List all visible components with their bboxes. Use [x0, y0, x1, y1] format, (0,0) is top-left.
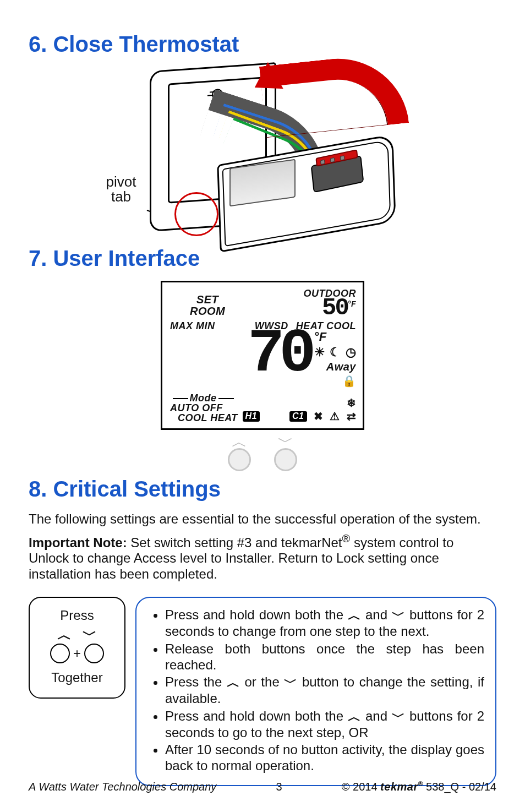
footer-page-number: 3 [276, 781, 282, 793]
exchange-icon: ⇄ [347, 410, 357, 423]
lcd-outdoor-unit: °F [348, 299, 356, 308]
button-graphic-down [84, 644, 104, 663]
footer-company: A Watts Water Technologies Company [29, 781, 216, 793]
step-text: Press and hold down both the [165, 607, 348, 622]
lcd-room-label: ROOM [190, 306, 225, 317]
lcd-status-icons: H1 C1 ✖ ⚠ ⇄ [243, 410, 356, 423]
clock-icon: ◷ [346, 345, 357, 359]
chevron-up-icon: ︿ [348, 607, 361, 623]
critical-steps-box: Press and hold down both the ︿ and ﹀ but… [135, 597, 496, 786]
step-1: Press and hold down both the ︿ and ﹀ but… [165, 607, 484, 640]
step-4: Press and hold down both the ︿ and ﹀ but… [165, 708, 484, 741]
step-text: Press and hold down both the [165, 709, 348, 723]
chevron-up-icon: ︿ [227, 674, 240, 690]
thermostat-up-button[interactable]: ︿ [225, 438, 254, 471]
footer-copyright: © 2014 [342, 781, 378, 793]
pivot-tab-label-line1: pivot [106, 173, 136, 190]
lcd-mode-block: Mode AUTO OFF COOL HEAT [170, 393, 238, 423]
lcd-screen: SET ROOM OUTDOOR 50°F MAX MIN WWSD HEAT … [161, 281, 364, 430]
lcd-set-room-block: SET ROOM [170, 294, 225, 317]
moon-icon: ☾ [330, 345, 341, 359]
pivot-tab-label-line2: tab [111, 188, 131, 205]
pivot-highlight-circle [174, 192, 218, 236]
chevron-up-icon: ︿ [57, 625, 72, 645]
lcd-mode-heat: HEAT [210, 412, 238, 423]
chevron-down-icon: ﹀ [271, 438, 300, 447]
section-7-title: 7. User Interface [29, 246, 496, 271]
footer-brand: tekmar [380, 781, 418, 793]
footer-doc-code: 538_Q - 02/14 [423, 781, 496, 793]
lcd-outdoor-temp: 50 [322, 294, 348, 321]
lcd-mode-off: OFF [202, 402, 223, 413]
figure-user-interface: SET ROOM OUTDOOR 50°F MAX MIN WWSD HEAT … [161, 281, 364, 471]
lock-icon: 🔒 [342, 375, 357, 387]
close-arrow-icon [259, 52, 409, 138]
step-text: and [361, 709, 392, 723]
snowflake-icon: ❄ [347, 396, 357, 410]
chevron-down-icon: ﹀ [83, 625, 97, 645]
lcd-maxmin-label: MAX MIN [170, 320, 215, 332]
fan-icon: ✖ [314, 410, 324, 423]
lcd-mode-cool: COOL [178, 412, 207, 423]
chevron-down-icon: ﹀ [392, 607, 405, 623]
registered-symbol: ® [342, 532, 351, 544]
lcd-mode-auto: AUTO [170, 402, 199, 413]
footer-doc-info: © 2014 tekmar® 538_Q - 02/14 [342, 780, 496, 793]
page-footer: A Watts Water Technologies Company 3 © 2… [29, 780, 496, 793]
plus-icon: + [73, 646, 81, 661]
section-8-important-note: Important Note: Set switch setting #3 an… [29, 532, 496, 582]
section-6-title: 6. Close Thermostat [29, 32, 496, 57]
step-2: Release both buttons once the step has b… [165, 641, 484, 673]
lcd-main-temp-row: 70 °F ☀ ☾ ◷ Away 🔒 [248, 330, 356, 388]
warning-icon: ⚠ [330, 410, 340, 423]
section-8-intro: The following settings are essential to … [29, 511, 496, 527]
step-5: After 10 seconds of no button activity, … [165, 742, 484, 774]
section-8-title: 8. Critical Settings [29, 477, 496, 502]
thermostat-buttons: ︿ ﹀ [161, 438, 364, 471]
important-note-label: Important Note: [29, 535, 127, 550]
lcd-away-label: Away [314, 361, 357, 373]
lcd-outdoor-block: OUTDOOR 50°F [304, 288, 357, 317]
lcd-main-temp: 70 [248, 333, 310, 376]
lcd-main-unit: °F [314, 330, 327, 344]
lcd-c1-badge: C1 [289, 411, 307, 422]
important-note-body-a: Set switch setting #3 and tekmarNet [127, 535, 342, 550]
registered-symbol: ® [418, 780, 423, 788]
step-text: and [361, 607, 392, 622]
thermostat-down-button[interactable]: ﹀ [271, 438, 300, 471]
step-text: Press the [165, 674, 227, 689]
chevron-up-icon: ︿ [348, 709, 361, 724]
pivot-tab-label: pivot tab [96, 175, 146, 205]
chevron-down-icon: ﹀ [284, 674, 297, 690]
lcd-mode-label: Mode [190, 393, 217, 404]
figure-close-thermostat: pivot tab [119, 67, 406, 243]
press-together-callout: Press ︿ ﹀ + Together [29, 597, 125, 699]
press-label-bottom: Together [35, 670, 119, 685]
press-label-top: Press [35, 608, 119, 623]
lcd-h1-badge: H1 [243, 411, 260, 422]
step-3: Press the ︿ or the ﹀ button to change th… [165, 674, 484, 707]
chevron-up-icon: ︿ [225, 438, 254, 447]
step-text: or the [240, 674, 284, 689]
button-graphic-up [50, 644, 70, 663]
sun-icon: ☀ [314, 345, 326, 359]
lcd-set-label: SET [190, 294, 225, 306]
chevron-down-icon: ﹀ [392, 709, 405, 724]
